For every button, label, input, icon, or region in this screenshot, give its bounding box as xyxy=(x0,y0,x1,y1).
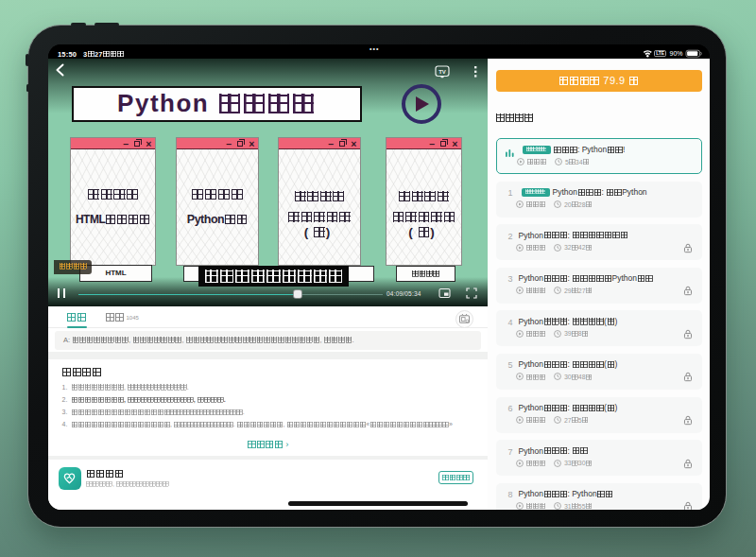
svg-text:90%: 90% xyxy=(669,50,682,57)
svg-text:LTE: LTE xyxy=(656,51,665,56)
svg-text:TV: TV xyxy=(438,68,446,74)
